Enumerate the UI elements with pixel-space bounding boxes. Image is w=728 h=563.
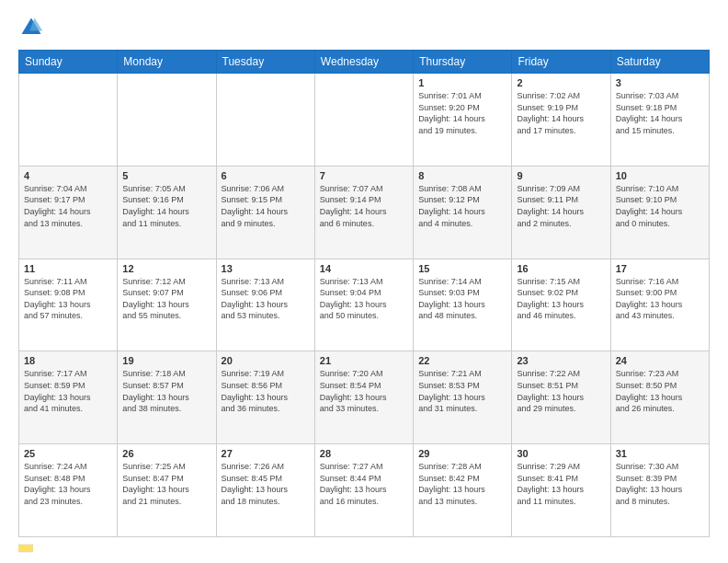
calendar-cell: 27Sunrise: 7:26 AM Sunset: 8:45 PM Dayli…	[216, 444, 314, 537]
calendar-cell: 2Sunrise: 7:02 AM Sunset: 9:19 PM Daylig…	[512, 74, 610, 167]
calendar-week-row-2: 4Sunrise: 7:04 AM Sunset: 9:17 PM Daylig…	[19, 166, 710, 259]
calendar-week-row-4: 18Sunrise: 7:17 AM Sunset: 8:59 PM Dayli…	[19, 351, 710, 444]
day-info: Sunrise: 7:23 AM Sunset: 8:50 PM Dayligh…	[616, 368, 704, 414]
header-sunday: Sunday	[19, 51, 118, 74]
day-number: 20	[222, 355, 310, 366]
day-info: Sunrise: 7:19 AM Sunset: 8:56 PM Dayligh…	[222, 368, 310, 414]
daylight-legend-icon	[18, 543, 33, 554]
day-number: 9	[517, 170, 605, 181]
day-info: Sunrise: 7:21 AM Sunset: 8:53 PM Dayligh…	[418, 368, 506, 414]
header-friday: Friday	[512, 51, 610, 74]
calendar-cell: 21Sunrise: 7:20 AM Sunset: 8:54 PM Dayli…	[314, 351, 413, 444]
calendar-cell: 18Sunrise: 7:17 AM Sunset: 8:59 PM Dayli…	[19, 351, 118, 444]
day-info: Sunrise: 7:17 AM Sunset: 8:59 PM Dayligh…	[24, 368, 112, 414]
calendar-cell: 6Sunrise: 7:06 AM Sunset: 9:15 PM Daylig…	[216, 166, 314, 259]
day-info: Sunrise: 7:27 AM Sunset: 8:44 PM Dayligh…	[320, 461, 408, 507]
calendar-cell: 13Sunrise: 7:13 AM Sunset: 9:06 PM Dayli…	[216, 259, 314, 351]
calendar-cell: 5Sunrise: 7:05 AM Sunset: 9:16 PM Daylig…	[118, 166, 216, 259]
day-number: 15	[418, 263, 506, 274]
logo-icon	[18, 15, 44, 40]
day-info: Sunrise: 7:01 AM Sunset: 9:20 PM Dayligh…	[418, 90, 506, 136]
day-info: Sunrise: 7:13 AM Sunset: 9:06 PM Dayligh…	[222, 276, 310, 322]
day-info: Sunrise: 7:11 AM Sunset: 9:08 PM Dayligh…	[24, 276, 112, 322]
day-number: 21	[320, 355, 408, 366]
calendar-table: Sunday Monday Tuesday Wednesday Thursday…	[18, 50, 710, 537]
day-info: Sunrise: 7:29 AM Sunset: 8:41 PM Dayligh…	[517, 461, 605, 507]
day-info: Sunrise: 7:06 AM Sunset: 9:15 PM Dayligh…	[222, 183, 310, 229]
day-number: 6	[222, 170, 310, 181]
day-number: 10	[616, 170, 704, 181]
calendar-cell: 14Sunrise: 7:13 AM Sunset: 9:04 PM Dayli…	[314, 259, 413, 351]
day-info: Sunrise: 7:18 AM Sunset: 8:57 PM Dayligh…	[122, 368, 210, 414]
calendar-week-row-3: 11Sunrise: 7:11 AM Sunset: 9:08 PM Dayli…	[19, 259, 710, 351]
calendar-week-row-5: 25Sunrise: 7:24 AM Sunset: 8:48 PM Dayli…	[19, 444, 710, 537]
header-tuesday: Tuesday	[216, 51, 314, 74]
calendar-cell: 4Sunrise: 7:04 AM Sunset: 9:17 PM Daylig…	[19, 166, 118, 259]
day-number: 13	[222, 263, 310, 274]
day-number: 4	[24, 170, 112, 181]
calendar-cell: 11Sunrise: 7:11 AM Sunset: 9:08 PM Dayli…	[19, 259, 118, 351]
day-info: Sunrise: 7:22 AM Sunset: 8:51 PM Dayligh…	[517, 368, 605, 414]
day-number: 5	[122, 170, 210, 181]
day-info: Sunrise: 7:03 AM Sunset: 9:18 PM Dayligh…	[616, 90, 704, 136]
calendar-cell: 28Sunrise: 7:27 AM Sunset: 8:44 PM Dayli…	[314, 444, 413, 537]
calendar-cell: 24Sunrise: 7:23 AM Sunset: 8:50 PM Dayli…	[610, 351, 709, 444]
logo-area	[18, 15, 48, 40]
calendar-cell: 3Sunrise: 7:03 AM Sunset: 9:18 PM Daylig…	[610, 74, 709, 167]
calendar-cell	[314, 74, 413, 167]
day-number: 22	[418, 355, 506, 366]
calendar-cell: 25Sunrise: 7:24 AM Sunset: 8:48 PM Dayli…	[19, 444, 118, 537]
calendar-cell: 30Sunrise: 7:29 AM Sunset: 8:41 PM Dayli…	[512, 444, 610, 537]
day-info: Sunrise: 7:25 AM Sunset: 8:47 PM Dayligh…	[122, 461, 210, 507]
day-number: 12	[122, 263, 210, 274]
header-monday: Monday	[118, 51, 216, 74]
day-info: Sunrise: 7:20 AM Sunset: 8:54 PM Dayligh…	[320, 368, 408, 414]
day-number: 1	[418, 77, 506, 88]
day-info: Sunrise: 7:12 AM Sunset: 9:07 PM Dayligh…	[122, 276, 210, 322]
day-number: 30	[517, 448, 605, 459]
page: Sunday Monday Tuesday Wednesday Thursday…	[0, 0, 728, 563]
footer-legend	[18, 543, 37, 554]
day-info: Sunrise: 7:28 AM Sunset: 8:42 PM Dayligh…	[418, 461, 506, 507]
day-info: Sunrise: 7:15 AM Sunset: 9:02 PM Dayligh…	[517, 276, 605, 322]
day-number: 27	[222, 448, 310, 459]
calendar-cell: 12Sunrise: 7:12 AM Sunset: 9:07 PM Dayli…	[118, 259, 216, 351]
footer	[18, 543, 710, 554]
day-number: 23	[517, 355, 605, 366]
day-info: Sunrise: 7:26 AM Sunset: 8:45 PM Dayligh…	[222, 461, 310, 507]
day-info: Sunrise: 7:09 AM Sunset: 9:11 PM Dayligh…	[517, 183, 605, 229]
day-number: 2	[517, 77, 605, 88]
calendar-cell: 19Sunrise: 7:18 AM Sunset: 8:57 PM Dayli…	[118, 351, 216, 444]
svg-rect-2	[18, 545, 33, 552]
day-number: 25	[24, 448, 112, 459]
day-info: Sunrise: 7:05 AM Sunset: 9:16 PM Dayligh…	[122, 183, 210, 229]
day-info: Sunrise: 7:02 AM Sunset: 9:19 PM Dayligh…	[517, 90, 605, 136]
day-number: 29	[418, 448, 506, 459]
day-number: 19	[122, 355, 210, 366]
calendar-cell: 8Sunrise: 7:08 AM Sunset: 9:12 PM Daylig…	[414, 166, 512, 259]
calendar-week-row-1: 1Sunrise: 7:01 AM Sunset: 9:20 PM Daylig…	[19, 74, 710, 167]
day-number: 8	[418, 170, 506, 181]
day-number: 17	[616, 263, 704, 274]
day-number: 16	[517, 263, 605, 274]
calendar-cell: 20Sunrise: 7:19 AM Sunset: 8:56 PM Dayli…	[216, 351, 314, 444]
calendar-cell	[118, 74, 216, 167]
day-number: 11	[24, 263, 112, 274]
calendar-header-row: Sunday Monday Tuesday Wednesday Thursday…	[19, 51, 710, 74]
calendar-cell	[19, 74, 118, 167]
header-wednesday: Wednesday	[314, 51, 413, 74]
header-thursday: Thursday	[414, 51, 512, 74]
calendar-cell: 1Sunrise: 7:01 AM Sunset: 9:20 PM Daylig…	[414, 74, 512, 167]
day-info: Sunrise: 7:10 AM Sunset: 9:10 PM Dayligh…	[616, 183, 704, 229]
calendar-cell: 9Sunrise: 7:09 AM Sunset: 9:11 PM Daylig…	[512, 166, 610, 259]
day-number: 31	[616, 448, 704, 459]
header-saturday: Saturday	[610, 51, 709, 74]
calendar-cell: 31Sunrise: 7:30 AM Sunset: 8:39 PM Dayli…	[610, 444, 709, 537]
day-number: 3	[616, 77, 704, 88]
day-info: Sunrise: 7:04 AM Sunset: 9:17 PM Dayligh…	[24, 183, 112, 229]
day-info: Sunrise: 7:08 AM Sunset: 9:12 PM Dayligh…	[418, 183, 506, 229]
day-info: Sunrise: 7:16 AM Sunset: 9:00 PM Dayligh…	[616, 276, 704, 322]
calendar-cell: 22Sunrise: 7:21 AM Sunset: 8:53 PM Dayli…	[414, 351, 512, 444]
calendar-cell: 16Sunrise: 7:15 AM Sunset: 9:02 PM Dayli…	[512, 259, 610, 351]
day-info: Sunrise: 7:13 AM Sunset: 9:04 PM Dayligh…	[320, 276, 408, 322]
